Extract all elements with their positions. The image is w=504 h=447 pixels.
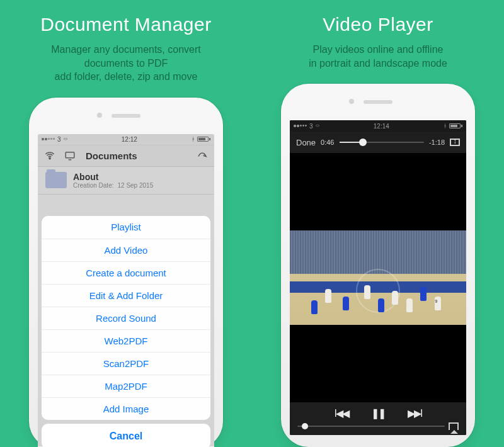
wifi-share-icon[interactable]	[44, 150, 55, 161]
wifi-icon: ⌔	[316, 123, 319, 130]
clock: 12:12	[122, 136, 137, 143]
signal-icon	[294, 125, 307, 127]
right-title: Video Player	[323, 14, 433, 35]
sheet-item-playlist[interactable]: Playlist	[42, 216, 210, 239]
svg-point-0	[49, 158, 50, 159]
airplay-icon[interactable]	[449, 422, 459, 430]
done-button[interactable]: Done	[296, 138, 316, 147]
next-button[interactable]: ▶▶I	[408, 407, 421, 419]
carrier: 3	[57, 136, 61, 143]
pause-button[interactable]: ❚❚	[371, 407, 385, 419]
video-top-bar: Done 0:46 -1:18	[290, 132, 466, 153]
file-date-label: Creation Date:	[73, 182, 113, 189]
svg-rect-1	[66, 152, 74, 158]
bluetooth-icon: ᚼ	[444, 123, 447, 129]
bluetooth-icon: ᚼ	[192, 136, 195, 142]
battery-icon	[449, 123, 462, 128]
phone-right: 3 ⌔ 12:14 ᚼ Done 0:46 -1:18	[281, 84, 475, 447]
sheet-item-record-sound[interactable]: Record Sound	[42, 307, 210, 329]
sheet-item-add-image[interactable]: Add Image	[42, 397, 210, 420]
sheet-item-map2pdf[interactable]: Map2PDF	[42, 375, 210, 397]
fullscreen-icon[interactable]	[450, 139, 460, 146]
share-icon[interactable]	[197, 150, 208, 161]
volume-slider[interactable]	[297, 426, 445, 427]
wifi-icon: ⌔	[64, 136, 67, 143]
clock: 12:14	[374, 123, 389, 130]
signal-icon	[42, 138, 55, 140]
file-date: 12 Sep 2015	[117, 182, 153, 189]
right-subtitle: Play videos online and offline in portra…	[309, 43, 447, 70]
right-column: Video Player Play videos online and offl…	[252, 0, 504, 447]
file-row[interactable]: About Creation Date: 12 Sep 2015	[38, 167, 214, 195]
cancel-button[interactable]: Cancel	[42, 424, 210, 447]
video-bottom-bar: I◀◀ ❚❚ ▶▶I	[290, 402, 466, 435]
remaining-time: -1:18	[429, 139, 445, 146]
sheet-item-add-video[interactable]: Add Video	[42, 239, 210, 261]
left-title: Document Manager	[40, 14, 211, 35]
left-column: Document Manager Manager any documents, …	[0, 0, 252, 447]
prev-button[interactable]: I◀◀	[335, 407, 348, 419]
screen-documents: 3 ⌔ 12:12 ᚼ D	[38, 134, 214, 447]
display-icon[interactable]	[64, 150, 76, 161]
sheet-item-web2pdf[interactable]: Web2PDF	[42, 329, 210, 352]
screen-video: 3 ⌔ 12:14 ᚼ Done 0:46 -1:18	[290, 120, 466, 435]
sheet-item-scan2pdf[interactable]: Scan2PDF	[42, 352, 210, 375]
nav-title: Documents	[86, 150, 137, 161]
navbar: Documents	[38, 145, 214, 167]
folder-icon	[45, 172, 67, 188]
carrier: 3	[309, 123, 313, 130]
scrubber[interactable]	[340, 142, 424, 143]
battery-icon	[197, 137, 210, 142]
file-name: About	[73, 172, 153, 182]
video-canvas[interactable]: 9	[290, 153, 466, 402]
sheet-item-edit-add-folder[interactable]: Edit & Add Folder	[42, 284, 210, 307]
statusbar: 3 ⌔ 12:14 ᚼ	[290, 120, 466, 132]
phone-left: 3 ⌔ 12:12 ᚼ D	[29, 98, 223, 447]
left-subtitle: Manager any documents, convert documents…	[51, 43, 200, 84]
sheet-item-create-document[interactable]: Create a document	[42, 261, 210, 284]
elapsed-time: 0:46	[321, 139, 334, 146]
action-sheet: Playlist Add Video Create a document Edi…	[42, 216, 210, 447]
statusbar: 3 ⌔ 12:12 ᚼ	[38, 134, 214, 145]
